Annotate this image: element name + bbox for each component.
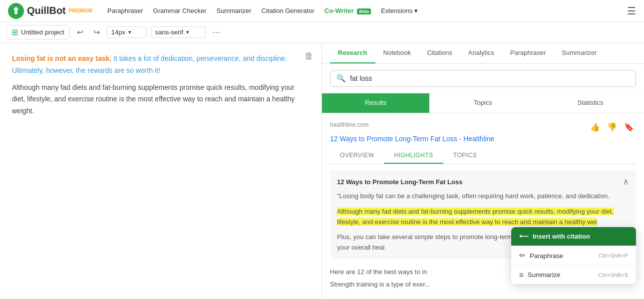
content-area: healthline.com 👍 👎 🔖 12 Ways to Promote … — [322, 113, 644, 299]
redo-button[interactable]: ↪ — [90, 25, 103, 39]
nav-cowriter[interactable]: Co-Writer Beta — [324, 7, 371, 14]
text-fad-diets: Although many fad diets and fat-burning … — [12, 82, 310, 117]
top-nav: QuillBot PREMIUM Paraphraser Grammar Che… — [0, 0, 644, 22]
project-tab[interactable]: ⊞ Untitled project — [6, 25, 70, 39]
search-area: 🔍 — [322, 64, 644, 93]
bookmark-button[interactable]: 🔖 — [622, 121, 636, 133]
font-size-select[interactable]: 14px ▾ — [107, 26, 147, 38]
article-title[interactable]: 12 Ways to Promote Long-Term Fat Loss - … — [330, 135, 636, 143]
paraphrase-label: Paraphrase — [530, 252, 563, 260]
hamburger-icon[interactable]: ☰ — [627, 5, 636, 16]
summarize-shortcut: Ctrl+Shift+S — [599, 272, 628, 278]
logo-text: QuillBot — [27, 5, 66, 16]
beta-badge: Beta — [357, 8, 371, 14]
summarize-icon: ≡ — [519, 271, 524, 279]
paraphrase-item-left: ✏ Paraphrase — [519, 251, 563, 260]
font-family-select[interactable]: sans-serif ▾ — [151, 26, 206, 38]
font-family-chevron: ▾ — [186, 29, 189, 35]
highlight-block-title: 12 Ways to Promote Long-Term Fat Loss — [337, 178, 462, 186]
more-options-button[interactable]: ··· — [210, 25, 223, 39]
logo-premium: PREMIUM — [69, 8, 92, 13]
nav-paraphraser[interactable]: Paraphraser — [107, 7, 143, 14]
sub-tab-topics[interactable]: TOPICS — [443, 148, 487, 164]
article-actions: 👍 👎 🔖 — [588, 121, 636, 133]
collapse-button[interactable]: ∧ — [623, 176, 629, 187]
font-family-value: sans-serif — [155, 28, 183, 36]
logo: QuillBot PREMIUM — [8, 3, 92, 19]
tab-notebook[interactable]: Notebook — [375, 43, 419, 63]
tab-research[interactable]: Research — [330, 43, 375, 63]
main-layout: 🗑 Losing fat is not an easy task. It tak… — [0, 43, 644, 299]
nav-right: ☰ — [627, 5, 636, 17]
font-size-value: 14px — [111, 28, 125, 36]
highlight-text-yellow: Although many fad diets and fat-burning … — [337, 207, 629, 228]
tab-analytics[interactable]: Analytics — [460, 43, 502, 63]
insert-icon: ⟵ — [519, 233, 529, 240]
nav-summarizer[interactable]: Summarizer — [216, 7, 251, 14]
tab-summarizer[interactable]: Summarizer — [554, 43, 605, 63]
logo-icon — [8, 3, 24, 19]
nav-citation[interactable]: Citation Generator — [262, 7, 315, 14]
editor-content: Losing fat is not an easy task. It takes… — [12, 53, 310, 117]
result-tab-topics[interactable]: Topics — [429, 93, 537, 113]
thumbs-down-button[interactable]: 👎 — [605, 121, 619, 133]
highlighted-span: Although many fad diets and fat-burning … — [337, 208, 614, 226]
paraphrase-icon: ✏ — [519, 251, 526, 260]
result-tab-results[interactable]: Results — [322, 93, 429, 113]
svg-point-0 — [14, 7, 18, 11]
summarize-popup-item[interactable]: ≡ Summarize Ctrl+Shift+S — [511, 266, 636, 284]
paraphrase-popup-item[interactable]: ✏ Paraphrase Ctrl+Shift+P — [511, 246, 636, 265]
search-icon: 🔍 — [336, 74, 346, 83]
summarize-label: Summarize — [528, 271, 561, 279]
project-icon: ⊞ — [11, 27, 18, 37]
tab-citations[interactable]: Citations — [419, 43, 460, 63]
text-losing-fat: Losing fat is not an easy task. — [12, 54, 111, 62]
article-sub-tabs: OVERVIEW HIGHLIGHTS TOPICS — [330, 148, 636, 164]
popup-menu: ⟵ Insert with citation ✏ Paraphrase Ctrl… — [511, 227, 636, 284]
svg-rect-1 — [15, 11, 17, 14]
right-panel: Research Notebook Citations Analytics Pa… — [322, 43, 644, 299]
thumbs-up-button[interactable]: 👍 — [588, 121, 602, 133]
trash-icon[interactable]: 🗑 — [305, 51, 314, 61]
highlight-block-header: 12 Ways to Promote Long-Term Fat Loss ∧ — [337, 176, 629, 187]
search-input[interactable] — [350, 74, 630, 82]
search-box: 🔍 — [330, 70, 636, 87]
result-tabs: Results Topics Statistics — [322, 93, 644, 113]
font-size-chevron: ▾ — [128, 29, 131, 35]
highlight-quote: "Losing body fat can be a challenging ta… — [337, 191, 629, 202]
article-header: healthline.com 👍 👎 🔖 — [330, 121, 636, 133]
right-tabs: Research Notebook Citations Analytics Pa… — [322, 43, 644, 64]
sub-tab-overview[interactable]: OVERVIEW — [330, 148, 384, 164]
nav-extensions[interactable]: Extensions ▾ — [381, 7, 418, 14]
article-source: healthline.com — [330, 121, 368, 128]
toolbar: ⊞ Untitled project ↩ ↪ 14px ▾ sans-serif… — [0, 22, 644, 43]
insert-with-citation-button[interactable]: ⟵ Insert with citation — [511, 227, 636, 246]
undo-button[interactable]: ↩ — [74, 25, 86, 39]
left-panel: 🗑 Losing fat is not an easy task. It tak… — [0, 43, 322, 299]
result-tab-statistics[interactable]: Statistics — [537, 93, 644, 113]
nav-grammar[interactable]: Grammar Checker — [153, 7, 207, 14]
paraphrase-shortcut: Ctrl+Shift+P — [599, 253, 628, 259]
summarize-item-left: ≡ Summarize — [519, 271, 561, 279]
sub-tab-highlights[interactable]: HIGHLIGHTS — [384, 148, 443, 164]
tab-paraphraser[interactable]: Paraphraser — [502, 43, 554, 63]
insert-label: Insert with citation — [533, 233, 590, 240]
project-name: Untitled project — [21, 28, 64, 36]
